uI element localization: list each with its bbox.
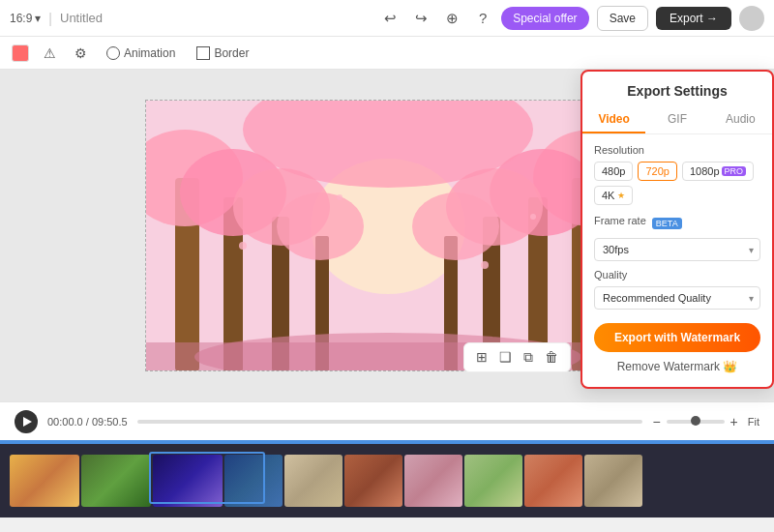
res-1080p[interactable]: 1080pPRO bbox=[682, 162, 754, 181]
current-time: 00:00.0 bbox=[47, 416, 83, 428]
animation-button[interactable]: Animation bbox=[101, 44, 181, 63]
canvas bbox=[145, 100, 629, 371]
res-720p[interactable]: 720p bbox=[638, 162, 676, 181]
topbar: 16:9 ▾ | Untitled ↩ ↪ ⊕ ? Special offer … bbox=[0, 0, 774, 37]
redo-icon[interactable]: ↪ bbox=[410, 8, 432, 29]
save-button[interactable]: Save bbox=[597, 6, 648, 31]
remove-watermark-button[interactable]: Remove Watermark 👑 bbox=[582, 356, 772, 377]
zoom-in-icon[interactable]: + bbox=[730, 414, 738, 429]
quality-label: Quality bbox=[594, 269, 760, 281]
res-480p[interactable]: 480p bbox=[594, 162, 633, 181]
border-label: Border bbox=[214, 46, 249, 60]
settings-icon[interactable]: ⚙ bbox=[70, 43, 91, 64]
svg-point-22 bbox=[337, 194, 342, 200]
tab-audio[interactable]: Audio bbox=[709, 106, 772, 133]
res-4k[interactable]: 4K★ bbox=[594, 186, 633, 205]
svg-point-23 bbox=[481, 261, 489, 269]
beta-badge: BETA bbox=[652, 218, 682, 229]
timeline-thumb-6[interactable] bbox=[344, 455, 402, 507]
tab-video[interactable]: Video bbox=[582, 106, 645, 133]
play-icon bbox=[23, 417, 32, 427]
zoom-controls: − + bbox=[652, 414, 737, 429]
topbar-right-actions: Special offer Save Export → bbox=[501, 6, 764, 31]
layers-icon[interactable]: ⊞ bbox=[474, 347, 490, 368]
help-icon[interactable]: ? bbox=[472, 8, 493, 29]
target-icon[interactable]: ⊕ bbox=[441, 8, 462, 29]
color-picker[interactable] bbox=[12, 44, 29, 62]
undo-icon[interactable]: ↩ bbox=[379, 8, 401, 29]
timeline-thumb-7[interactable] bbox=[404, 455, 462, 507]
svg-point-21 bbox=[239, 242, 247, 250]
pro-badge: PRO bbox=[722, 166, 747, 176]
svg-point-17 bbox=[412, 192, 499, 260]
separator: | bbox=[48, 11, 52, 26]
timeline-thumb-1[interactable] bbox=[10, 455, 79, 507]
resolution-section: Resolution 480p 720p 1080pPRO 4K★ bbox=[582, 144, 772, 205]
stack-icon[interactable]: ❑ bbox=[497, 347, 514, 368]
timeline-thumb-5[interactable] bbox=[284, 455, 342, 507]
export-button[interactable]: Export → bbox=[656, 7, 731, 30]
framerate-section: Frame rate BETA 30fps 24fps 60fps ▾ bbox=[582, 215, 772, 261]
zoom-out-icon[interactable]: − bbox=[652, 414, 660, 429]
delete-icon[interactable]: 🗑 bbox=[543, 347, 560, 368]
time-display: 00:00.0 / 09:50.5 bbox=[47, 416, 128, 428]
ratio-chevron-icon: ▾ bbox=[35, 12, 41, 25]
bottom-controls: 00:00.0 / 09:50.5 − + Fit bbox=[0, 401, 774, 440]
gold-badge: ★ bbox=[617, 191, 625, 200]
total-time: 09:50.5 bbox=[92, 416, 128, 428]
timeline-scrubber[interactable] bbox=[137, 420, 643, 424]
export-tabs: Video GIF Audio bbox=[582, 106, 772, 134]
main-area: ⊞ ❑ ⧉ 🗑 Export Settings Video GIF Audio … bbox=[0, 70, 774, 401]
play-button[interactable] bbox=[15, 410, 38, 433]
timeline-content[interactable] bbox=[0, 444, 774, 517]
topbar-action-icons: ↩ ↪ ⊕ ? bbox=[379, 8, 493, 29]
document-title[interactable]: Untitled bbox=[60, 11, 372, 25]
copy-icon[interactable]: ⧉ bbox=[521, 347, 535, 368]
svg-point-24 bbox=[530, 214, 536, 220]
framerate-label-row: Frame rate BETA bbox=[594, 215, 760, 232]
tab-gif[interactable]: GIF bbox=[645, 106, 708, 133]
toolbar: ⚠ ⚙ Animation Border bbox=[0, 37, 774, 70]
framerate-label: Frame rate bbox=[594, 215, 646, 226]
svg-point-13 bbox=[277, 192, 364, 260]
animation-label: Animation bbox=[124, 46, 175, 60]
framerate-select-wrapper: 30fps 24fps 60fps ▾ bbox=[594, 238, 760, 261]
export-panel-title: Export Settings bbox=[582, 72, 772, 106]
scene-svg bbox=[146, 101, 629, 371]
ratio-label: 16:9 bbox=[10, 12, 32, 25]
export-watermark-button[interactable]: Export with Watermark bbox=[594, 323, 760, 352]
animation-icon bbox=[106, 46, 120, 60]
canvas-toolbar: ⊞ ❑ ⧉ 🗑 bbox=[463, 342, 571, 372]
export-settings-panel: Export Settings Video GIF Audio Resoluti… bbox=[580, 70, 774, 389]
timeline-panel bbox=[0, 440, 774, 517]
border-button[interactable]: Border bbox=[191, 44, 254, 63]
timeline-thumb-4[interactable] bbox=[224, 455, 283, 507]
timeline-thumb-10[interactable] bbox=[584, 455, 642, 507]
quality-section: Quality Recommended Quality High Quality… bbox=[582, 269, 772, 310]
fit-button[interactable]: Fit bbox=[748, 416, 759, 428]
timeline-thumb-2[interactable] bbox=[81, 455, 151, 507]
framerate-select[interactable]: 30fps 24fps 60fps bbox=[594, 238, 760, 261]
quality-select-wrapper: Recommended Quality High Quality Low Qua… bbox=[594, 286, 760, 310]
timeline-thumb-9[interactable] bbox=[524, 455, 582, 507]
time-separator: / bbox=[86, 416, 89, 428]
avatar[interactable] bbox=[739, 6, 764, 31]
special-offer-button[interactable]: Special offer bbox=[501, 7, 589, 30]
quality-select[interactable]: Recommended Quality High Quality Low Qua… bbox=[594, 286, 760, 310]
canvas-content bbox=[146, 101, 628, 370]
zoom-thumb bbox=[691, 416, 700, 426]
zoom-slider[interactable] bbox=[667, 420, 725, 424]
warning-icon[interactable]: ⚠ bbox=[39, 43, 60, 64]
timeline-thumb-3[interactable] bbox=[153, 455, 223, 507]
border-icon bbox=[196, 46, 210, 60]
resolution-label: Resolution bbox=[594, 144, 760, 156]
resolution-buttons: 480p 720p 1080pPRO 4K★ bbox=[594, 162, 760, 205]
timeline-thumb-8[interactable] bbox=[464, 455, 522, 507]
aspect-ratio-selector[interactable]: 16:9 ▾ bbox=[10, 12, 41, 25]
